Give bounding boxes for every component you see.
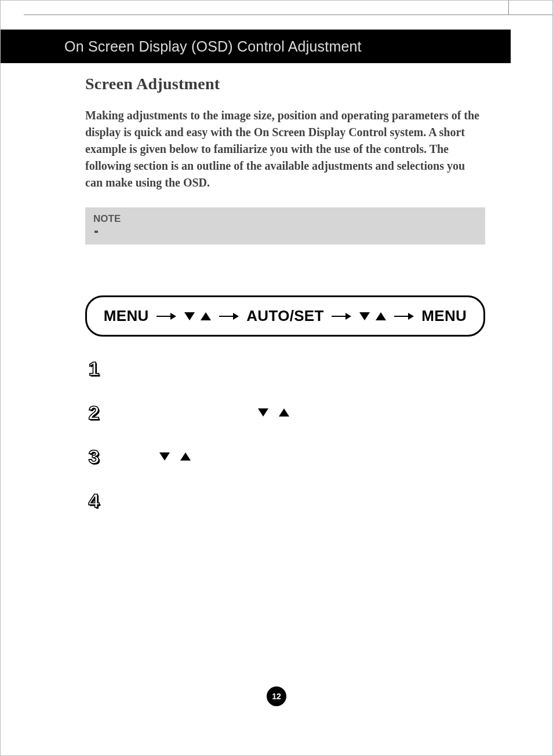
crop-tick — [508, 1, 509, 14]
menu-label: MENU — [104, 307, 149, 325]
down-up-pair — [258, 408, 289, 417]
intro-paragraph: Making adjustments to the image size, po… — [85, 107, 485, 191]
step-number: 4 — [85, 491, 103, 510]
step-number: 2 — [85, 403, 103, 422]
step-row: 3 — [85, 445, 485, 468]
note-label: NOTE — [93, 213, 121, 224]
triangle-down-icon — [184, 312, 195, 320]
page: On Screen Display (OSD) Control Adjustme… — [0, 0, 553, 756]
down-up-pair — [184, 312, 211, 320]
arrow-right-icon — [219, 312, 239, 320]
step-row: 1 — [85, 357, 485, 379]
crop-marks — [1, 1, 552, 30]
steps-list: 1 2 3 4 — [85, 357, 485, 512]
bullet-icon — [94, 231, 98, 233]
menu-label: MENU — [421, 307, 467, 325]
triangle-down-icon — [359, 312, 370, 320]
header-title: On Screen Display (OSD) Control Adjustme… — [64, 38, 362, 55]
page-number: 12 — [272, 692, 281, 701]
step-row: 4 — [85, 490, 485, 512]
note-box: NOTE — [85, 207, 485, 244]
arrow-right-icon — [157, 312, 176, 320]
content-area: Screen Adjustment Making adjustments to … — [85, 75, 491, 534]
triangle-up-icon — [376, 312, 386, 320]
step-number: 3 — [85, 447, 103, 466]
triangle-down-icon — [159, 452, 170, 461]
down-up-pair — [159, 452, 191, 461]
triangle-up-icon — [201, 312, 211, 320]
arrow-right-icon — [332, 312, 351, 320]
triangle-down-icon — [258, 408, 268, 417]
triangle-up-icon — [180, 452, 191, 461]
page-number-badge: 12 — [267, 686, 286, 706]
button-flow-box: MENU AUTO/SET MENU — [85, 295, 485, 337]
triangle-up-icon — [279, 408, 289, 417]
section-title: Screen Adjustment — [85, 75, 491, 93]
autoset-label: AUTO/SET — [246, 307, 323, 325]
step-row: 2 — [85, 401, 485, 423]
down-up-pair — [359, 312, 386, 320]
header-band: On Screen Display (OSD) Control Adjustme… — [1, 30, 511, 63]
step-number: 1 — [85, 359, 103, 378]
arrow-right-icon — [394, 312, 414, 320]
